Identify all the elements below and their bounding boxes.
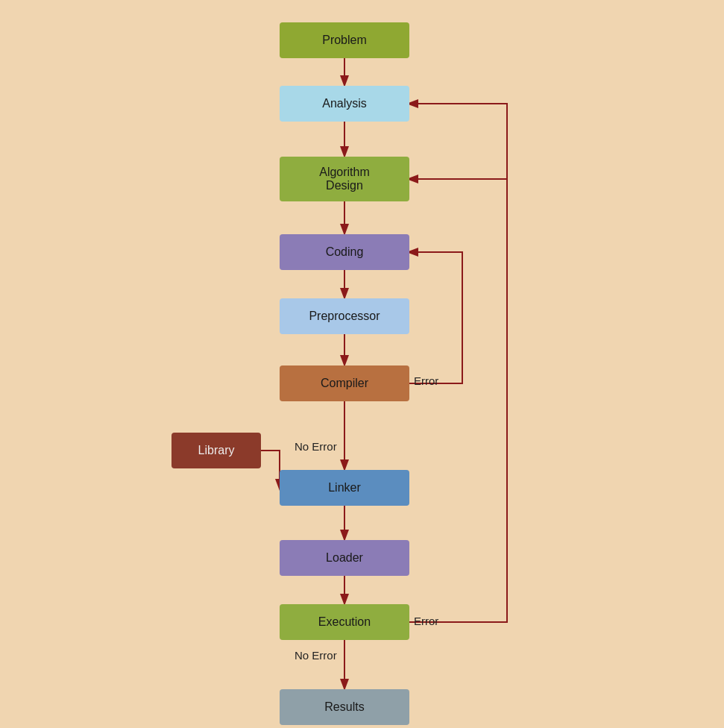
results-box: Results bbox=[280, 689, 409, 725]
no-error-label-1: No Error bbox=[295, 440, 337, 453]
preprocessor-box: Preprocessor bbox=[280, 298, 409, 334]
algorithm-label: AlgorithmDesign bbox=[319, 166, 370, 192]
linker-box: Linker bbox=[280, 470, 409, 506]
library-box: Library bbox=[171, 433, 261, 468]
algorithm-box: AlgorithmDesign bbox=[280, 157, 409, 201]
problem-box: Problem bbox=[280, 22, 409, 58]
compiler-box: Compiler bbox=[280, 365, 409, 401]
no-error-label-2: No Error bbox=[295, 649, 337, 662]
coding-box: Coding bbox=[280, 234, 409, 270]
execution-box: Execution bbox=[280, 604, 409, 640]
error-label-1: Error bbox=[414, 374, 438, 387]
error-label-2: Error bbox=[414, 615, 438, 627]
loader-box: Loader bbox=[280, 540, 409, 576]
analysis-box: Analysis bbox=[280, 86, 409, 122]
flowchart: Problem Analysis AlgorithmDesign Coding … bbox=[0, 0, 724, 728]
